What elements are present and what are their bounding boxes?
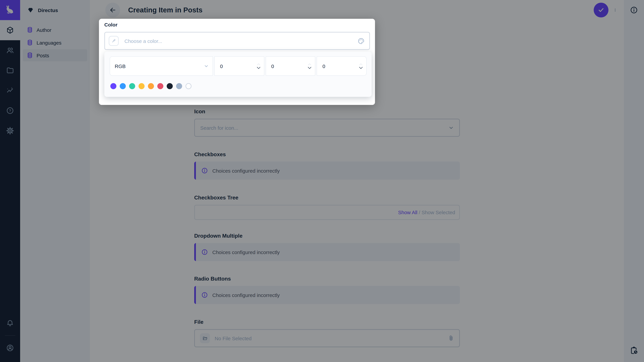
- color-swatch[interactable]: [110, 83, 116, 89]
- channel-value-g[interactable]: [270, 63, 284, 69]
- color-swatch[interactable]: [176, 83, 182, 89]
- chevron-down-icon: [203, 63, 209, 69]
- stepper-down-icon[interactable]: [256, 66, 261, 69]
- channel-input-b[interactable]: [317, 56, 366, 76]
- eyedropper-icon: [111, 38, 116, 43]
- stepper-down-icon[interactable]: [308, 66, 312, 69]
- stepper-up-icon[interactable]: [359, 63, 363, 65]
- color-swatch[interactable]: [129, 83, 135, 89]
- color-swatch[interactable]: [148, 83, 154, 89]
- app-window: ?: [0, 0, 644, 362]
- color-swatch[interactable]: [186, 83, 192, 89]
- color-swatch[interactable]: [138, 83, 144, 89]
- palette-icon[interactable]: [358, 37, 364, 44]
- preset-swatches: [110, 83, 192, 89]
- color-swatch[interactable]: [157, 83, 163, 89]
- stepper-up-icon[interactable]: [256, 63, 260, 65]
- channel-value-b[interactable]: [322, 63, 335, 69]
- color-field-popup: Color RGB: [99, 19, 375, 105]
- color-mode-select[interactable]: RGB: [110, 56, 213, 76]
- stepper-up-icon[interactable]: [308, 63, 312, 65]
- color-value-input[interactable]: [124, 38, 358, 44]
- color-input-field[interactable]: [104, 32, 370, 50]
- color-picker-menu: RGB: [104, 52, 372, 97]
- color-swatch[interactable]: [120, 83, 126, 89]
- color-swatch[interactable]: [167, 83, 173, 89]
- channel-row: RGB: [110, 56, 366, 76]
- stepper-down-icon[interactable]: [358, 66, 363, 69]
- channel-input-g[interactable]: [266, 56, 315, 76]
- color-mode-value: RGB: [115, 63, 126, 69]
- eyedropper-button[interactable]: [109, 36, 119, 46]
- channel-value-r[interactable]: [219, 63, 233, 69]
- field-label: Color: [104, 21, 118, 28]
- channel-input-r[interactable]: [214, 56, 264, 76]
